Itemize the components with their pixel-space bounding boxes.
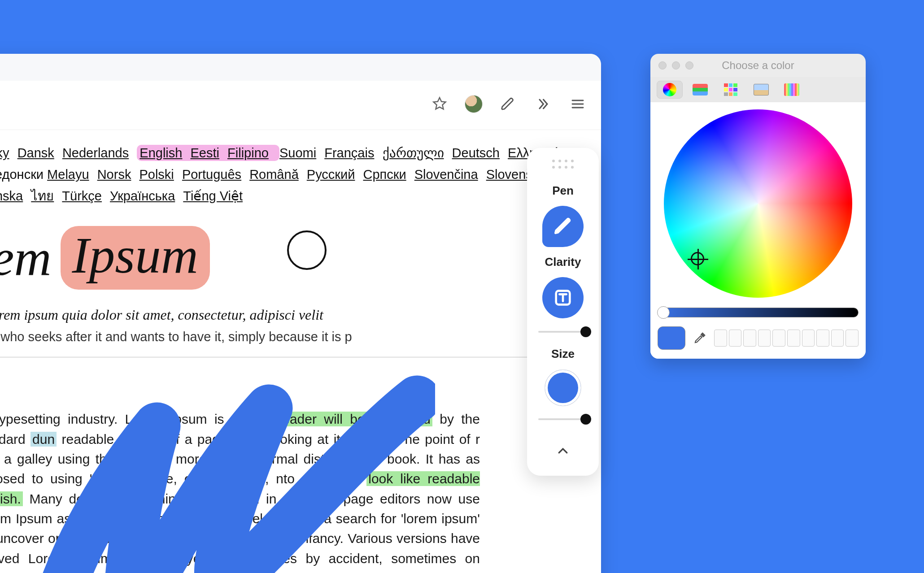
color-well[interactable]: [743, 330, 756, 347]
size-slider[interactable]: [538, 413, 588, 426]
clarity-slider[interactable]: [538, 326, 588, 339]
annotation-circle: [287, 230, 327, 270]
body-paragraph: nd typesetting industry. Lorem Ipsum is …: [0, 409, 480, 573]
language-link[interactable]: Slovenčina: [414, 167, 478, 182]
clarity-tool-button[interactable]: [542, 277, 584, 318]
color-picker-window: Choose a color: [650, 54, 866, 359]
hamburger-icon[interactable]: [568, 94, 588, 114]
eyedropper-icon[interactable]: [692, 330, 708, 346]
color-well[interactable]: [729, 330, 742, 347]
color-picker-tabs: [650, 77, 866, 102]
color-picker-titlebar[interactable]: Choose a color: [650, 54, 866, 77]
selected-color-swatch[interactable]: [658, 326, 685, 350]
language-link[interactable]: Norsk: [97, 167, 131, 182]
star-icon[interactable]: [430, 94, 449, 114]
size-color-preview[interactable]: [545, 370, 581, 406]
browser-window: Česky Dansk Nederlands English Eesti Fil…: [0, 54, 601, 573]
color-wells[interactable]: [714, 330, 859, 347]
language-link[interactable]: Eesti: [190, 146, 219, 160]
language-link[interactable]: Русский: [307, 167, 355, 182]
pencil-icon[interactable]: [498, 94, 518, 114]
title-part-1: rem: [0, 228, 52, 287]
language-link[interactable]: Português: [182, 167, 241, 182]
language-link[interactable]: Français: [324, 146, 374, 160]
language-link[interactable]: Română: [249, 167, 299, 182]
language-link[interactable]: Melayu: [47, 167, 89, 182]
color-wheel[interactable]: [664, 109, 852, 298]
language-link[interactable]: Nederlands: [62, 146, 129, 160]
clarity-label: Clarity: [545, 255, 581, 269]
color-well[interactable]: [802, 330, 815, 347]
highlight-green: look like readable English.: [0, 471, 480, 506]
language-link[interactable]: Українська: [110, 189, 175, 203]
color-well[interactable]: [816, 330, 829, 347]
page-content: Česky Dansk Nederlands English Eesti Fil…: [0, 130, 601, 573]
title-part-2-highlight: Ipsum: [61, 226, 210, 290]
collapse-button[interactable]: [538, 439, 588, 463]
color-well[interactable]: [831, 330, 844, 347]
language-link[interactable]: Tiếng Việt: [183, 189, 243, 203]
color-well[interactable]: [758, 330, 771, 347]
pen-tool-button[interactable]: [542, 206, 584, 247]
language-link[interactable]: Polski: [139, 167, 174, 182]
language-link[interactable]: Deutsch: [452, 146, 500, 160]
divider: [0, 357, 583, 357]
color-picker-title: Choose a color: [650, 59, 866, 72]
language-link[interactable]: Svenska: [0, 189, 23, 203]
section-heading: it?: [0, 376, 583, 398]
language-highlight: English Eesti Filipino: [137, 145, 279, 161]
language-link[interactable]: Česky: [0, 146, 9, 160]
color-loupe-icon[interactable]: [691, 252, 704, 265]
language-text: македонски: [0, 167, 47, 182]
size-label: Size: [551, 347, 575, 361]
pen-toolbar: Pen Clarity Size: [527, 148, 599, 476]
browser-toolbar: [0, 81, 601, 130]
language-link[interactable]: Türkçe: [62, 189, 102, 203]
color-well[interactable]: [772, 330, 785, 347]
brightness-slider[interactable]: [658, 308, 859, 317]
color-well[interactable]: [846, 330, 859, 347]
language-link[interactable]: Dansk: [17, 146, 54, 160]
tab-palette[interactable]: [718, 81, 744, 99]
language-link[interactable]: ქართული: [383, 146, 444, 160]
language-link[interactable]: Српски: [363, 167, 406, 182]
highlight-blue: dun: [31, 432, 57, 447]
page-title: rem Ipsum: [0, 226, 583, 289]
language-link[interactable]: English: [139, 146, 182, 160]
language-link[interactable]: Suomi: [279, 146, 316, 160]
pen-label: Pen: [552, 184, 574, 198]
profile-avatar[interactable]: [465, 95, 483, 113]
subtitle-plain: self, who seeks after it and wants to ha…: [0, 330, 583, 344]
subtitle-italic: dolorem ipsum quia dolor sit amet, conse…: [0, 307, 583, 323]
color-well[interactable]: [714, 330, 727, 347]
highlight-green: reader will be distracted: [276, 412, 432, 426]
drag-handle-icon[interactable]: [552, 160, 574, 169]
language-link[interactable]: ไทย: [31, 189, 54, 203]
tab-image[interactable]: [748, 81, 774, 99]
tab-pencils[interactable]: [779, 81, 805, 99]
language-link[interactable]: Filipino: [227, 146, 269, 160]
chevrons-right-icon[interactable]: [533, 94, 553, 114]
color-well[interactable]: [787, 330, 800, 347]
tab-wheel[interactable]: [657, 81, 683, 99]
tab-sliders[interactable]: [687, 81, 713, 99]
language-links: Česky Dansk Nederlands English Eesti Fil…: [0, 143, 480, 205]
